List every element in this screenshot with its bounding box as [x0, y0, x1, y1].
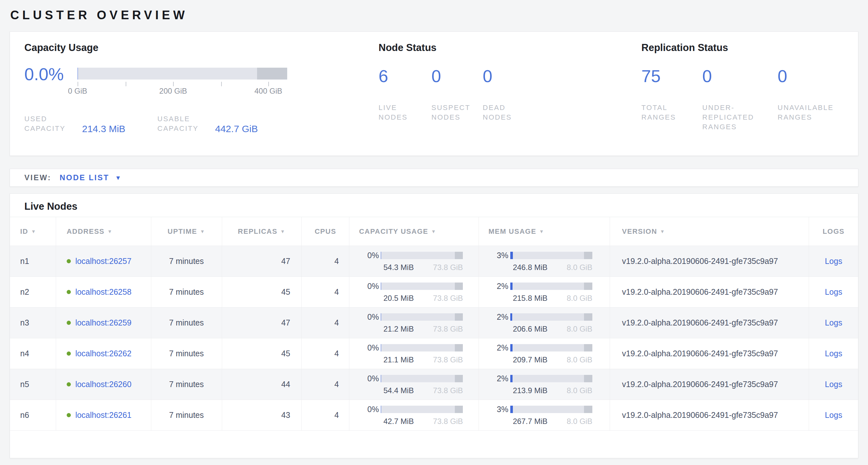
address-link[interactable]: localhost:26258 — [75, 287, 131, 296]
cell-replicas: 45 — [222, 338, 302, 369]
cell-capacity-usage: 0%21.2 MiB73.8 GiB — [349, 308, 478, 338]
cell-logs: Logs — [809, 308, 858, 338]
cell-uptime: 7 minutes — [151, 246, 222, 277]
node-list-dropdown[interactable]: NODE LIST ▼ — [60, 173, 121, 182]
address-link[interactable]: localhost:26257 — [75, 257, 131, 265]
logs-link[interactable]: Logs — [809, 410, 858, 420]
column-header-id[interactable]: ID▼ — [10, 217, 56, 245]
capacity-used-value: 20.5 MiB — [381, 294, 414, 303]
sort-triangle-down-icon: ▼ — [660, 229, 665, 234]
cell-id: n2 — [10, 277, 56, 307]
address-line: localhost:26258 — [67, 287, 151, 297]
mem-usage: 3%267.7 MiB8.0 GiB — [489, 405, 610, 426]
address-link[interactable]: localhost:26261 — [75, 410, 131, 419]
axis-label-1: 200 GiB — [159, 87, 187, 95]
mem-usage-reserved-segment — [584, 344, 592, 351]
mem-usage: 2%213.9 MiB8.0 GiB — [489, 374, 610, 395]
capacity-usage-reserved-segment — [455, 406, 463, 413]
column-header-label: CPUS — [315, 227, 336, 236]
address-link[interactable]: localhost:26260 — [75, 380, 131, 389]
column-header-version[interactable]: VERSION▼ — [610, 217, 809, 245]
capacity-usage-bar-row: 0% — [359, 374, 478, 383]
capacity-gauge-reserved-segment — [257, 68, 287, 80]
cell-uptime: 7 minutes — [151, 338, 222, 369]
cell-version: v19.2.0-alpha.20190606-2491-gfe735c9a97 — [610, 246, 809, 277]
capacity-usage-labels: 54.4 MiB73.8 GiB — [381, 386, 463, 395]
cell-mem-usage: 3%246.8 MiB8.0 GiB — [478, 246, 610, 277]
capacity-usage-bar-row: 0% — [359, 312, 478, 322]
column-header-capacity[interactable]: CAPACITY USAGE▼ — [349, 217, 478, 245]
live-status-icon — [67, 382, 71, 386]
stat-value: 0 — [483, 66, 534, 86]
cell-version: v19.2.0-alpha.20190606-2491-gfe735c9a97 — [610, 369, 809, 400]
logs-link[interactable]: Logs — [809, 318, 858, 327]
cell-replicas: 44 — [222, 369, 302, 400]
view-bar: VIEW: NODE LIST ▼ — [10, 169, 858, 187]
address-link[interactable]: localhost:26259 — [75, 318, 131, 327]
cell-cpus: 4 — [301, 400, 349, 430]
mem-used-value: 206.6 MiB — [510, 324, 548, 333]
address-link[interactable]: localhost:26262 — [75, 349, 131, 358]
column-header-replicas[interactable]: REPLICAS▼ — [222, 217, 302, 245]
used-capacity-detail: USED CAPACITY 214.3 MiB — [24, 114, 157, 134]
logs-link[interactable]: Logs — [809, 380, 858, 389]
column-header-label: UPTIME — [168, 227, 197, 236]
mem-total-value: 8.0 GiB — [567, 417, 592, 426]
mem-usage-bar — [510, 344, 592, 351]
column-header-label: ADDRESS — [67, 227, 104, 236]
gauge-tick-4 — [268, 82, 269, 86]
capacity-usage: 0%20.5 MiB73.8 GiB — [359, 282, 478, 303]
column-header-mem[interactable]: MEM USAGE▼ — [478, 217, 610, 245]
logs-link[interactable]: Logs — [809, 349, 858, 358]
capacity-total-value: 73.8 GiB — [433, 324, 463, 333]
stat-label: SUSPECT NODES — [431, 103, 473, 122]
address-line: localhost:26257 — [67, 257, 151, 266]
mem-usage-bar-row: 3% — [489, 251, 610, 260]
cell-uptime: 7 minutes — [151, 277, 222, 307]
capacity-used-percent: 0.0% — [24, 65, 78, 83]
mem-usage-bar — [510, 375, 592, 382]
node-status-stat-0: 6LIVE NODES — [378, 66, 431, 122]
cell-capacity-usage: 0%20.5 MiB73.8 GiB — [349, 277, 478, 307]
mem-usage-bar — [510, 252, 592, 259]
cell-id: n4 — [10, 338, 56, 369]
stat-label: UNAVAILABLE RANGES — [778, 103, 845, 122]
mem-used-value: 209.7 MiB — [510, 355, 548, 364]
capacity-usage-percent: 0% — [359, 282, 379, 291]
node-list-dropdown-value: NODE LIST — [60, 173, 109, 182]
mem-total-value: 8.0 GiB — [567, 386, 592, 395]
live-status-icon — [67, 351, 71, 356]
column-header-uptime[interactable]: UPTIME▼ — [151, 217, 222, 245]
capacity-usage-title: Capacity Usage — [24, 42, 378, 54]
capacity-total-value: 73.8 GiB — [433, 355, 463, 364]
capacity-usage-percent: 0% — [359, 251, 379, 260]
stat-label: TOTAL RANGES — [641, 103, 686, 122]
summary-card: Capacity Usage 0.0% 0 GiB200 GiB400 GiB … — [10, 31, 858, 156]
address-line: localhost:26262 — [67, 349, 151, 358]
cell-version: v19.2.0-alpha.20190606-2491-gfe735c9a97 — [610, 400, 809, 430]
mem-usage-bar — [510, 283, 592, 290]
cell-capacity-usage: 0%54.4 MiB73.8 GiB — [349, 369, 478, 400]
mem-usage-reserved-segment — [584, 252, 592, 259]
capacity-usage-percent: 0% — [359, 405, 379, 414]
column-header-label: LOGS — [823, 227, 844, 236]
used-capacity-value: 214.3 MiB — [82, 123, 125, 134]
cell-address: localhost:26261 — [56, 400, 151, 430]
mem-usage-percent: 3% — [489, 251, 508, 260]
capacity-usage-reserved-segment — [455, 313, 463, 321]
cell-version: v19.2.0-alpha.20190606-2491-gfe735c9a97 — [610, 277, 809, 307]
replication-status-stats: 75TOTAL RANGES0UNDER-REPLICATED RANGES0U… — [641, 66, 858, 132]
sort-triangle-down-icon: ▼ — [431, 229, 436, 234]
table-header-row: ID▼ADDRESS▼UPTIME▼REPLICAS▼CPUSCAPACITY … — [10, 217, 858, 245]
stat-value: 0 — [431, 66, 483, 86]
logs-link[interactable]: Logs — [809, 287, 858, 297]
live-status-icon — [67, 259, 71, 263]
cell-mem-usage: 2%215.8 MiB8.0 GiB — [478, 277, 610, 307]
table-row: n4localhost:262627 minutes4540%21.1 MiB7… — [10, 338, 858, 369]
address-line: localhost:26260 — [67, 380, 151, 389]
column-header-address[interactable]: ADDRESS▼ — [56, 217, 151, 245]
capacity-usage-percent: 0% — [359, 343, 379, 352]
cell-id: n1 — [10, 246, 56, 277]
logs-link[interactable]: Logs — [809, 257, 858, 266]
usable-capacity-detail: USABLE CAPACITY 442.7 GiB — [157, 114, 290, 134]
